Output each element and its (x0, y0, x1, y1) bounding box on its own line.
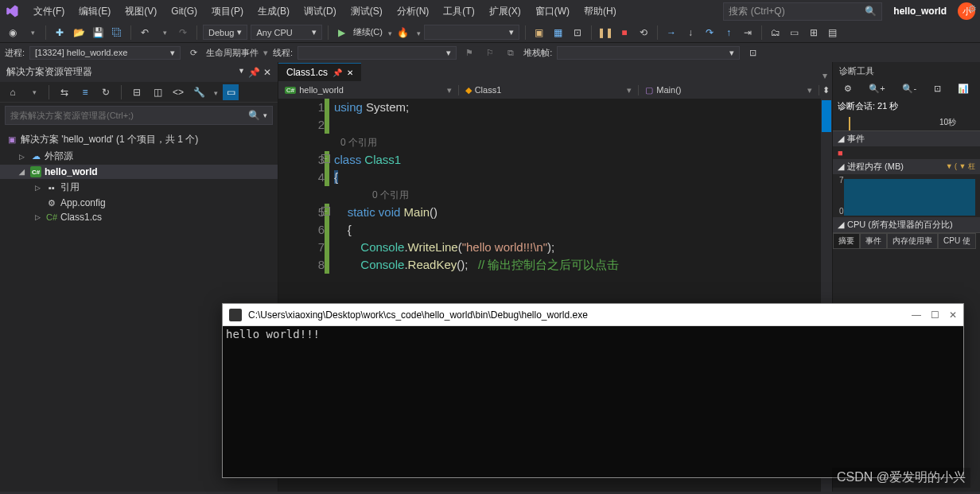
collapse-icon[interactable]: ⊟ (129, 84, 145, 100)
expand-icon[interactable]: ▷ (35, 213, 43, 221)
events-section[interactable]: ◢事件 (833, 131, 980, 146)
live-tree-icon[interactable]: 🗂 (768, 25, 784, 41)
menu-tools[interactable]: 工具(T) (437, 2, 480, 21)
tab-dropdown-icon[interactable]: ▾ (822, 70, 827, 81)
split-icon[interactable]: ⬍ (819, 85, 832, 95)
diag-tab-memory[interactable]: 内存使用率 (887, 233, 938, 249)
console-titlebar[interactable]: C:\Users\xiaoxing\Desktop\work\cs_code\h… (223, 304, 963, 326)
menu-build[interactable]: 生成(B) (251, 2, 296, 21)
lifecycle-icon[interactable]: ⟳ (185, 45, 201, 60)
menu-window[interactable]: 窗口(W) (529, 2, 576, 21)
menu-analyze[interactable]: 分析(N) (391, 2, 436, 21)
zoom-out-icon[interactable]: 🔍- (902, 84, 916, 94)
pin-icon[interactable]: 📌 (332, 68, 342, 77)
zoom-in-icon[interactable]: 🔍+ (869, 84, 885, 94)
collapse-icon[interactable]: ◢ (19, 168, 27, 176)
menu-file[interactable]: 文件(F) (27, 2, 71, 21)
stackframe-combo[interactable]: ▾ (557, 46, 740, 60)
close-tab-icon[interactable]: ✕ (347, 68, 353, 77)
show-next-icon[interactable]: ↓ (682, 25, 698, 41)
preview-icon[interactable]: ▭ (223, 84, 239, 100)
ui-icon[interactable]: ▭ (787, 25, 803, 41)
menu-git[interactable]: Git(G) (165, 2, 204, 20)
appconfig-node[interactable]: ⚙ App.config (0, 196, 278, 210)
menu-view[interactable]: 视图(V) (119, 2, 163, 21)
diag-tab-summary[interactable]: 摘要 (833, 233, 860, 249)
solution-search[interactable]: 🔍▾ (5, 106, 273, 125)
cpu-section[interactable]: ◢CPU (所有处理器的百分比) (833, 217, 980, 232)
home-dropdown[interactable] (25, 84, 41, 100)
chart-icon[interactable]: 📊 (958, 84, 969, 94)
step-icon[interactable]: ⇥ (740, 25, 756, 41)
global-search-input[interactable]: 搜索 (Ctrl+Q) 🔍 (723, 2, 882, 21)
pending-icon[interactable]: ≡ (77, 84, 93, 100)
thread-combo[interactable]: ▾ (298, 46, 457, 60)
step-into-icon[interactable]: → (663, 25, 679, 41)
menu-help[interactable]: 帮助(H) (578, 2, 623, 21)
minimize-icon[interactable]: — (912, 309, 921, 321)
pin-icon[interactable]: 📌 (248, 67, 260, 78)
fold-icon[interactable]: − (321, 154, 330, 163)
sf-icon[interactable]: ⊡ (745, 45, 760, 60)
scroll-thumb[interactable] (822, 100, 831, 132)
save-icon[interactable]: 💾 (90, 25, 106, 41)
back-icon[interactable]: ◉ (5, 25, 21, 41)
pause-icon[interactable]: ❚❚ (597, 25, 613, 41)
project-node[interactable]: ◢ C# hello_world (0, 165, 278, 179)
external-sources-node[interactable]: ▷ ☁ 外部源 (0, 148, 278, 165)
properties-icon[interactable]: 🔧 (191, 84, 207, 100)
redo-icon[interactable]: ↷ (175, 25, 191, 41)
tool-1-icon[interactable]: ▣ (531, 25, 547, 41)
menu-test[interactable]: 测试(S) (344, 2, 389, 21)
code-icon[interactable]: <> (170, 84, 186, 100)
tab-class1[interactable]: Class1.cs 📌 ✕ (278, 63, 361, 81)
step-over-icon[interactable]: ↷ (702, 25, 718, 41)
codelens-references[interactable]: 0 个引用 (334, 134, 832, 151)
menu-debug[interactable]: 调试(D) (298, 2, 343, 21)
menu-edit[interactable]: 编辑(E) (72, 2, 117, 21)
back-dropdown[interactable] (24, 25, 40, 41)
show-all-icon[interactable]: ◫ (150, 84, 165, 100)
tool-2-icon[interactable]: ▦ (550, 25, 566, 41)
zoom-reset-icon[interactable]: ⊡ (934, 84, 941, 94)
solution-node[interactable]: ▣ 解决方案 'hello_world' (1 个项目，共 1 个) (0, 131, 278, 148)
step-out-icon[interactable]: ↑ (721, 25, 737, 41)
flag-icon[interactable]: ⚑ (461, 45, 477, 60)
breadcrumb-class[interactable]: ◆ Class1 ▾ (459, 85, 640, 95)
continue-dropdown[interactable] (386, 27, 392, 38)
solution-search-input[interactable] (10, 111, 248, 120)
tool-3-icon[interactable]: ⊡ (570, 25, 585, 41)
console-output[interactable]: hello world!!! (223, 326, 963, 477)
undo-icon[interactable]: ↶ (137, 25, 153, 41)
switch-view-icon[interactable]: ⇆ (56, 84, 72, 100)
diag-tab-events[interactable]: 事件 (860, 233, 887, 249)
close-icon[interactable]: ✕ (263, 67, 271, 78)
hot-reload-icon[interactable]: 🔥 (395, 25, 411, 41)
diag-tab-cpu[interactable]: CPU 使 (938, 233, 976, 249)
fold-icon[interactable]: − (321, 207, 330, 216)
flag2-icon[interactable]: ⚐ (482, 45, 498, 60)
undo-dropdown[interactable] (156, 25, 172, 41)
close-icon[interactable]: ✕ (949, 309, 957, 321)
dropdown-icon[interactable]: ▼ (238, 67, 245, 78)
diag-settings-icon[interactable]: ⚙ (844, 84, 852, 94)
continue-icon[interactable]: ▶ (334, 25, 350, 41)
breadcrumb-method[interactable]: ▢ Main() ▾ (639, 85, 819, 95)
breadcrumb-project[interactable]: C# hello_world ▾ (278, 85, 459, 95)
continue-label[interactable]: 继续(C) (353, 26, 383, 38)
process-combo[interactable]: [13324] hello_world.exe▾ (29, 46, 181, 60)
new-file-icon[interactable]: ✚ (52, 25, 68, 41)
stop-icon[interactable]: ■ (616, 25, 632, 41)
home-icon[interactable]: ⌂ (5, 84, 21, 100)
prop-icon[interactable]: ⊞ (806, 25, 822, 41)
gear-icon[interactable]: ⚙ (968, 3, 977, 14)
config-combo[interactable]: Debug▾ (203, 25, 247, 40)
expand-icon[interactable]: ▷ (19, 153, 27, 161)
memory-section[interactable]: ◢进程内存 (MB)▼ ( ▼ 枉 (833, 159, 980, 174)
references-node[interactable]: ▷ ▪▪ 引用 (0, 179, 278, 196)
codelens-references[interactable]: 0 个引用 (334, 186, 832, 204)
sync-icon[interactable]: ↻ (98, 84, 114, 100)
threads-icon[interactable]: ⧉ (503, 45, 519, 60)
class1-node[interactable]: ▷ C# Class1.cs (0, 210, 278, 224)
save-all-icon[interactable]: ⿻ (109, 25, 125, 41)
